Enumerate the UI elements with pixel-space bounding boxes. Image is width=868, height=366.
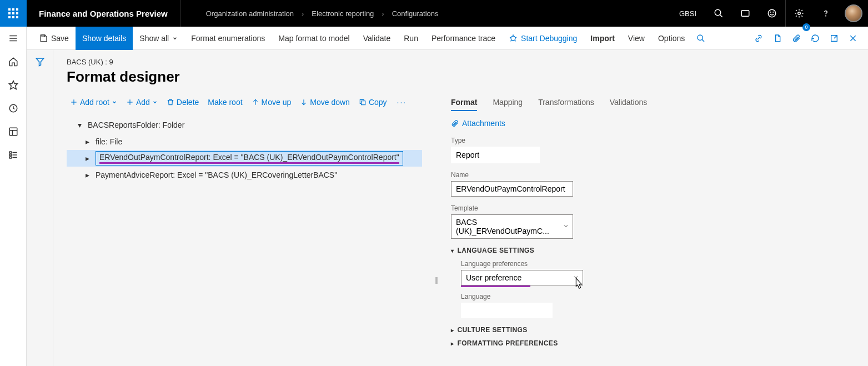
- copy-button[interactable]: Copy: [355, 96, 390, 109]
- template-label: Template: [451, 204, 868, 212]
- star-icon[interactable]: [0, 73, 26, 97]
- tree-node-file[interactable]: ▸ file: File: [67, 133, 422, 150]
- chevron-right-icon[interactable]: ▸: [83, 171, 91, 179]
- chevron-right-icon: ›: [382, 9, 384, 18]
- view-button[interactable]: View: [621, 27, 651, 50]
- type-label: Type: [451, 137, 868, 144]
- home-icon[interactable]: [0, 50, 26, 73]
- formatting-preferences-header[interactable]: ▸FORMATTING PREFERENCES: [451, 339, 868, 347]
- show-details-button[interactable]: Show details: [76, 27, 133, 50]
- performance-trace-button[interactable]: Performance trace: [425, 27, 502, 50]
- svg-line-32: [834, 35, 837, 38]
- gear-icon[interactable]: [786, 0, 812, 27]
- svg-rect-42: [362, 101, 365, 105]
- tree-root[interactable]: ▾ BACSReportsFolder: Folder: [67, 117, 422, 133]
- smiley-icon[interactable]: [759, 0, 785, 27]
- chevron-right-icon[interactable]: ▸: [83, 137, 91, 146]
- svg-marker-11: [9, 81, 17, 89]
- highlight-bar: [461, 285, 530, 287]
- waffle-button[interactable]: [0, 0, 27, 27]
- chat-icon[interactable]: [732, 0, 759, 27]
- validate-button[interactable]: Validate: [357, 27, 398, 50]
- workspace-icon[interactable]: [0, 120, 26, 143]
- show-all-button[interactable]: Show all: [133, 27, 184, 50]
- language-value: [461, 303, 553, 318]
- breadcrumb: Organization administration › Electronic…: [180, 0, 439, 27]
- format-tree: ▾ BACSReportsFolder: Folder ▸ file: File…: [67, 117, 422, 183]
- page-title: Format designer: [67, 68, 868, 86]
- tab-validations[interactable]: Validations: [610, 98, 647, 111]
- svg-line-25: [510, 37, 511, 38]
- svg-rect-17: [9, 154, 11, 156]
- breadcrumb-item[interactable]: Configurations: [392, 9, 439, 18]
- type-value: Report: [451, 147, 540, 163]
- svg-point-5: [773, 12, 774, 12]
- start-debugging-button[interactable]: Start Debugging: [502, 27, 584, 50]
- move-up-button[interactable]: Move up: [248, 96, 295, 109]
- chevron-down-icon: ▾: [451, 248, 454, 254]
- save-button[interactable]: Save: [32, 27, 76, 50]
- svg-point-23: [511, 36, 515, 41]
- link-icon[interactable]: [749, 27, 768, 50]
- popout-icon[interactable]: [825, 27, 844, 50]
- svg-marker-35: [36, 58, 44, 66]
- attachments-icon[interactable]: 0: [787, 27, 806, 50]
- run-button[interactable]: Run: [397, 27, 425, 50]
- svg-point-4: [770, 12, 771, 12]
- nav-rail: [0, 27, 27, 366]
- name-input[interactable]: ERVendOutPaymControlReport: [451, 181, 573, 197]
- splitter-handle[interactable]: ‖: [434, 96, 439, 353]
- chevron-right-icon[interactable]: ▸: [83, 154, 91, 163]
- chevron-down-icon: [563, 222, 569, 231]
- search-action-icon[interactable]: [691, 27, 710, 50]
- map-format-button[interactable]: Map format to model: [272, 27, 356, 50]
- template-select[interactable]: BACS (UK)_ERVendOutPaymC...: [451, 214, 573, 239]
- modules-icon[interactable]: [0, 143, 26, 167]
- svg-point-6: [798, 12, 801, 15]
- svg-rect-2: [741, 11, 749, 17]
- filter-column: [27, 50, 53, 366]
- language-settings-header[interactable]: ▾LANGUAGE SETTINGS: [451, 247, 868, 254]
- close-icon[interactable]: [844, 27, 862, 50]
- detail-tabs: Format Mapping Transformations Validatio…: [451, 98, 868, 111]
- tab-format[interactable]: Format: [451, 98, 477, 111]
- attachments-link[interactable]: Attachments: [451, 119, 868, 128]
- hamburger-icon[interactable]: [0, 27, 26, 50]
- move-down-button[interactable]: Move down: [297, 96, 353, 109]
- tree-toolbar: Add root Add Delete Make root Move up Mo…: [67, 96, 422, 109]
- avatar[interactable]: [845, 4, 862, 22]
- options-button[interactable]: Options: [651, 27, 691, 50]
- company-badge[interactable]: GBSI: [670, 9, 705, 18]
- tree-node-label: PaymentAdviceReport: Excel = "BACS (UK)_…: [96, 171, 337, 179]
- language-preferences-select[interactable]: User preference: [461, 270, 583, 285]
- more-actions-button[interactable]: ···: [393, 98, 412, 107]
- delete-button[interactable]: Delete: [163, 96, 202, 109]
- tree-node-selected[interactable]: ▸ ERVendOutPaymControlReport: Excel = "B…: [67, 150, 422, 167]
- search-icon[interactable]: [705, 0, 732, 27]
- filter-icon[interactable]: [35, 57, 45, 366]
- tree-node-payment[interactable]: ▸ PaymentAdviceReport: Excel = "BACS (UK…: [67, 167, 422, 183]
- svg-rect-22: [42, 35, 44, 37]
- svg-rect-18: [9, 157, 11, 158]
- tree-node-label: file: File: [96, 137, 122, 146]
- document-icon[interactable]: [768, 27, 787, 50]
- clock-icon[interactable]: [0, 97, 26, 120]
- notification-badge: 0: [802, 23, 810, 31]
- format-enumerations-button[interactable]: Format enumerations: [184, 27, 272, 50]
- tab-transformations[interactable]: Transformations: [538, 98, 594, 111]
- breadcrumb-item[interactable]: Electronic reporting: [312, 9, 374, 18]
- breadcrumb-item[interactable]: Organization administration: [206, 9, 294, 18]
- tab-mapping[interactable]: Mapping: [493, 98, 523, 111]
- svg-line-26: [515, 37, 516, 38]
- add-button[interactable]: Add: [123, 96, 161, 109]
- make-root-button[interactable]: Make root: [204, 96, 245, 109]
- chevron-down-icon[interactable]: ▾: [76, 121, 83, 129]
- import-button[interactable]: Import: [584, 27, 621, 50]
- svg-point-3: [768, 9, 776, 17]
- culture-settings-header[interactable]: ▸CULTURE SETTINGS: [451, 326, 868, 334]
- chevron-right-icon: ▸: [451, 327, 454, 333]
- help-icon[interactable]: [812, 0, 839, 27]
- svg-rect-13: [9, 128, 17, 136]
- add-root-button[interactable]: Add root: [67, 96, 121, 109]
- lang-pref-label: Language preferences: [461, 260, 868, 268]
